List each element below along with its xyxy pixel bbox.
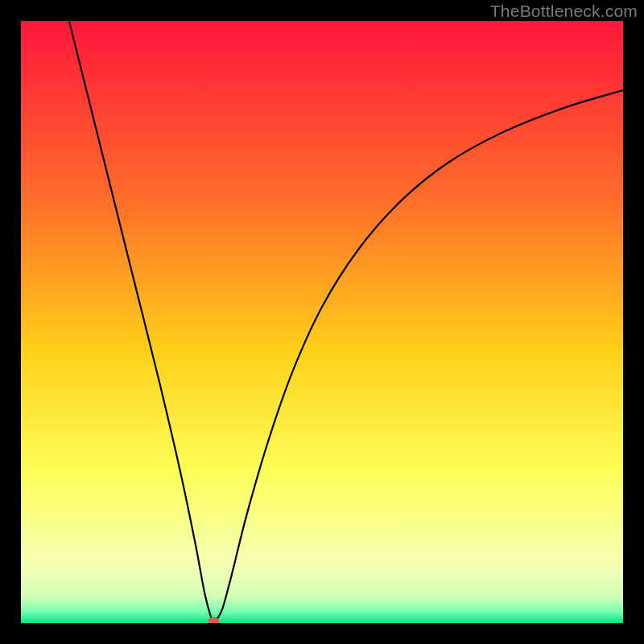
plot-area	[21, 21, 623, 623]
watermark-text: TheBottleneck.com	[490, 2, 638, 21]
chart-frame: TheBottleneck.com	[0, 0, 644, 644]
gradient-background	[21, 21, 623, 623]
chart-svg	[21, 21, 623, 623]
